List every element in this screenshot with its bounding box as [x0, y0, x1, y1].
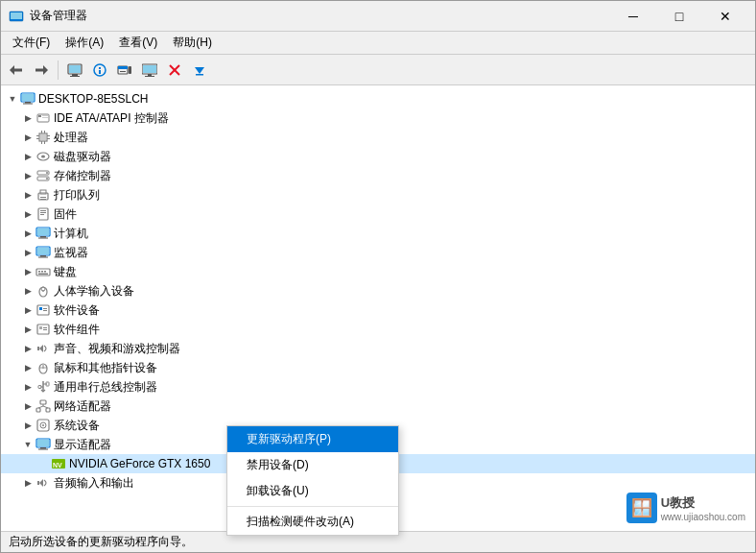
system-expand-icon[interactable]: ▶	[20, 418, 35, 433]
context-menu-uninstall[interactable]: 卸载设备(U)	[227, 478, 398, 504]
svg-rect-70	[38, 274, 48, 276]
close-button[interactable]: ✕	[703, 1, 747, 32]
toolbar-btn-3[interactable]	[63, 59, 86, 82]
svg-rect-92	[46, 408, 50, 412]
root-label: DESKTOP-8E5SLCH	[38, 92, 149, 106]
root-expand-icon[interactable]: ▼	[5, 91, 20, 107]
forward-button[interactable]	[30, 59, 53, 82]
tree-item-monitor[interactable]: ▶ 监视器	[1, 243, 755, 262]
tree-item-computer[interactable]: ▶ 计算机	[1, 224, 755, 243]
svg-rect-60	[40, 236, 46, 238]
tree-item-network[interactable]: ▶ 网络适配器	[1, 397, 755, 416]
svg-marker-24	[195, 67, 204, 74]
tree-item-keyboard[interactable]: ▶ 键盘	[1, 262, 755, 281]
toolbar-btn-red-x[interactable]	[163, 59, 186, 82]
svg-rect-33	[42, 117, 48, 118]
svg-rect-1	[11, 12, 22, 19]
display-expand-icon[interactable]: ▼	[20, 437, 35, 452]
menu-bar: 文件(F) 操作(A) 查看(V) 帮助(H)	[1, 32, 755, 55]
usb-expand-icon[interactable]: ▶	[20, 379, 35, 395]
softcomp-expand-icon[interactable]: ▶	[20, 322, 35, 337]
monitor-label: 监视器	[54, 245, 88, 261]
printer-expand-icon[interactable]: ▶	[20, 187, 35, 203]
svg-rect-35	[40, 134, 46, 140]
svg-rect-29	[23, 104, 33, 105]
tree-item-softdev[interactable]: ▶ 软件设备	[1, 301, 755, 320]
toolbar-btn-5[interactable]	[113, 59, 136, 82]
svg-rect-57	[40, 214, 44, 215]
context-menu-scan[interactable]: 扫描检测硬件改动(A)	[227, 509, 398, 535]
storage-expand-icon[interactable]: ▶	[20, 168, 35, 183]
firmware-label: 固件	[54, 206, 77, 223]
audio-icon	[35, 341, 51, 356]
computer-label: 计算机	[54, 226, 88, 242]
mouse-icon	[35, 360, 51, 375]
svg-rect-63	[37, 248, 49, 254]
tree-item-usb[interactable]: ▶ 通用串行总线控制器	[1, 377, 755, 397]
svg-rect-12	[99, 67, 101, 69]
network-expand-icon[interactable]: ▶	[20, 398, 35, 414]
tree-item-cpu[interactable]: ▶ 处理器	[1, 128, 755, 147]
hid-expand-icon[interactable]: ▶	[20, 283, 35, 299]
tree-root[interactable]: ▼ DESKTOP-8E5SLCH	[1, 89, 755, 108]
ide-expand-icon[interactable]: ▶	[20, 110, 35, 126]
nvidia-label: NVIDIA GeForce GTX 1650	[69, 457, 210, 470]
menu-file[interactable]: 文件(F)	[5, 33, 58, 53]
svg-rect-25	[196, 74, 203, 76]
tree-item-audio[interactable]: ▶ 声音、视频和游戏控制器	[1, 339, 755, 358]
context-menu-disable[interactable]: 禁用设备(D)	[227, 452, 398, 478]
svg-rect-101	[40, 447, 46, 449]
svg-rect-56	[40, 212, 46, 213]
svg-rect-6	[35, 68, 43, 71]
hid-icon	[35, 283, 51, 299]
svg-rect-76	[43, 308, 47, 309]
tree-item-mouse[interactable]: ▶ 鼠标和其他指针设备	[1, 358, 755, 377]
svg-rect-89	[38, 386, 41, 389]
title-bar: 设备管理器 ─ □ ✕	[1, 1, 755, 32]
audioinout-label: 音频输入和输出	[54, 475, 134, 492]
svg-rect-4	[14, 68, 22, 71]
minimize-button[interactable]: ─	[611, 1, 655, 32]
toolbar	[1, 55, 755, 85]
svg-rect-17	[120, 71, 126, 72]
back-button[interactable]	[5, 59, 28, 82]
menu-help[interactable]: 帮助(H)	[165, 33, 220, 53]
svg-rect-21	[145, 76, 154, 77]
computer-expand-icon[interactable]: ▶	[20, 226, 35, 241]
toolbar-btn-monitor[interactable]	[138, 59, 161, 82]
system-icon	[35, 418, 51, 433]
tree-item-softcomp[interactable]: ▶ 软件组件	[1, 320, 755, 339]
tree-item-hid[interactable]: ▶ 人体学输入设备	[1, 281, 755, 301]
svg-rect-91	[36, 408, 40, 412]
mouse-expand-icon[interactable]: ▶	[20, 360, 35, 375]
cpu-expand-icon[interactable]: ▶	[20, 130, 35, 145]
tree-item-firmware[interactable]: ▶ 固件	[1, 204, 755, 224]
svg-rect-19	[143, 65, 156, 73]
tree-item-ide[interactable]: ▶ IDE ATA/ATAPI 控制器	[1, 108, 755, 128]
monitor-expand-icon[interactable]: ▶	[20, 245, 35, 260]
menu-action[interactable]: 操作(A)	[58, 33, 111, 53]
printer-label: 打印队列	[54, 187, 100, 204]
nvidia-expand-space	[35, 456, 51, 471]
toolbar-btn-down[interactable]	[188, 59, 211, 82]
softdev-expand-icon[interactable]: ▶	[20, 302, 35, 318]
tree-item-storage[interactable]: ▶ 存储控制器	[1, 166, 755, 185]
context-menu-update[interactable]: 更新驱动程序(P)	[227, 426, 398, 452]
firmware-expand-icon[interactable]: ▶	[20, 206, 35, 222]
svg-rect-100	[37, 440, 49, 446]
svg-rect-32	[42, 115, 48, 116]
keyboard-expand-icon[interactable]: ▶	[20, 264, 35, 279]
menu-view[interactable]: 查看(V)	[111, 33, 165, 53]
svg-rect-10	[70, 76, 80, 77]
maximize-button[interactable]: □	[657, 1, 701, 32]
audioinout-expand-icon[interactable]: ▶	[20, 475, 35, 491]
svg-rect-16	[129, 66, 131, 74]
toolbar-btn-4[interactable]	[88, 59, 111, 82]
tree-item-printer[interactable]: ▶ 打印队列	[1, 185, 755, 204]
svg-point-98	[42, 424, 44, 426]
svg-rect-80	[43, 327, 47, 328]
svg-rect-42	[47, 135, 50, 136]
disk-expand-icon[interactable]: ▶	[20, 149, 35, 164]
tree-item-disk[interactable]: ▶ 磁盘驱动器	[1, 147, 755, 166]
audio-expand-icon[interactable]: ▶	[20, 341, 35, 356]
